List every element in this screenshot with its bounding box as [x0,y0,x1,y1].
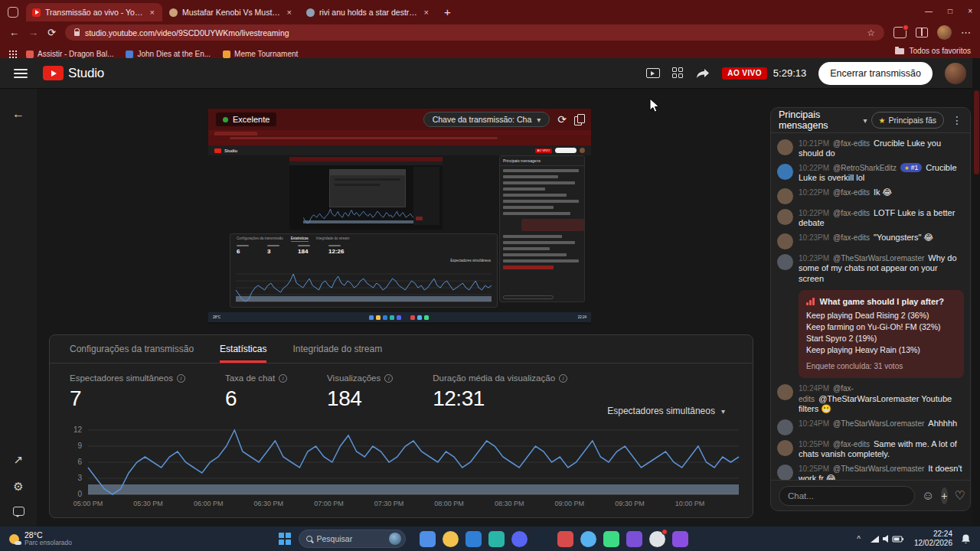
share-icon[interactable] [696,68,710,79]
back-icon[interactable]: ← [9,27,19,38]
back-arrow-icon[interactable]: ← [12,107,24,121]
chat-username: @fax-edits [833,440,870,448]
metric-label: Taxa de chati [225,373,287,383]
weather-condition-label: Parc ensolarado [24,540,72,546]
taskbar-app-icon[interactable] [534,531,550,547]
browser-tab-1[interactable]: Mustafar Kenobi Vs Mustafar V...× [163,3,299,21]
browser-tab-0[interactable]: Transmissão ao vivo - YouTube× [26,3,162,21]
bookmark-item[interactable]: Meme Tournament [223,50,298,58]
chart-range-selector[interactable] [236,296,492,302]
info-icon[interactable]: i [177,374,185,383]
new-tab-button[interactable]: + [444,5,451,18]
tray-status-icons[interactable] [869,533,906,544]
stats-tab-1[interactable]: Estatísticas [220,335,266,363]
search-input[interactable] [317,534,384,543]
taskbar-app-icon[interactable] [466,531,482,547]
window-minimize-button[interactable]: — [925,7,933,15]
info-icon[interactable]: i [559,374,567,383]
copy-stream-key-icon[interactable] [574,114,583,125]
browser-menu-icon[interactable]: ⋯ [961,27,971,38]
studio-avatar[interactable] [945,63,966,84]
hamburger-menu-icon[interactable] [14,69,28,78]
browser-profile-avatar[interactable] [937,25,952,40]
taskbar-app-icon[interactable] [511,531,528,547]
chat-input[interactable] [779,486,915,506]
taskbar-app-icon[interactable] [603,531,619,547]
stream-key-dropdown[interactable]: Chave da transmissão: Cha ▾ [423,112,550,127]
create-video-icon[interactable] [646,68,660,78]
weather-widget[interactable]: 28°C Parc ensolarado [9,531,72,546]
folder-icon [895,48,904,54]
favorite-star-icon[interactable]: ☆ [867,28,875,38]
taskbar-app-icon[interactable] [443,531,459,547]
settings-gear-icon[interactable]: ⚙ [13,480,23,494]
info-icon[interactable]: i [279,374,287,383]
end-stream-button[interactable]: Encerrar transmissão [818,62,933,85]
captured-chat-line [503,247,550,250]
open-external-icon[interactable]: ↗ [14,453,24,467]
feedback-chat-icon[interactable] [13,507,24,516]
taskbar-app-icon[interactable] [420,531,436,547]
tab-search-icon[interactable] [8,7,18,18]
bookmark-item[interactable]: Assistir - Dragon Bal... [26,50,113,58]
taskbar-clock[interactable]: 22:24 12/02/2026 [914,530,952,548]
stats-tab-2[interactable]: Integridade do stream [292,335,382,363]
taskbar-app-icon[interactable] [580,531,596,547]
taskbar-app-icon[interactable] [488,531,505,547]
chart-range-selector[interactable] [88,484,739,494]
apps-icon[interactable] [672,67,684,79]
chat-menu-icon[interactable]: ⋮ [952,114,962,126]
taskbar-search[interactable] [299,530,406,548]
captured-window [329,169,406,207]
clock-date: 12/02/2026 [914,539,952,548]
chat-timestamp: 10:24PM [799,384,829,393]
taskbar-app-icon[interactable] [626,531,642,547]
chat-avatar [777,465,793,481]
start-button[interactable] [279,533,291,545]
stats-card: Configurações da transmissãoEstatísticas… [49,334,753,518]
split-screen-icon[interactable] [916,28,928,37]
chat-username: @TheStarWarsLoremaster [833,254,924,262]
top-fans-button[interactable]: ★ Principais fãs [871,112,944,129]
svg-text:6: 6 [77,458,82,466]
window-maximize-button[interactable]: □ [948,7,952,15]
emoji-icon[interactable]: ☺ [922,490,934,502]
tab-close-icon[interactable]: × [286,8,293,17]
notifications-bell-icon[interactable] [961,533,971,544]
chat-filter-caret-icon[interactable]: ▾ [864,116,867,125]
page-scrollbar[interactable] [972,58,980,527]
metrics-row: Espectadores simultâneosi7Taxa de chati6… [50,364,753,411]
metric-label-text: Taxa de chat [225,373,275,383]
refresh-icon[interactable]: ⟳ [47,27,56,38]
chat-message-body: 10:23PM@TheStarWarsLoremasterWhy do some… [799,253,964,285]
scrollbar-thumb[interactable] [974,90,979,174]
live-badge: AO VIVO [722,67,766,80]
url-input[interactable] [85,28,861,37]
forward-icon[interactable]: → [28,27,38,38]
url-pill[interactable]: ☆ [65,24,884,41]
captured-content: Configurações da transmissão Estatística… [208,155,591,312]
window-close-button[interactable]: × [968,7,972,15]
series-select[interactable]: Espectadores simultâneos ▾ [607,406,725,416]
bookmark-item[interactable]: John Dies at the En... [126,50,211,58]
extension-icon[interactable] [893,27,906,38]
stats-tab-0[interactable]: Configurações da transmissão [70,335,194,363]
info-icon[interactable]: i [384,374,393,383]
heart-icon[interactable]: ♡ [955,490,965,502]
chart-area: 03691205:00 PM05:30 PM06:00 PM06:30 PM07… [59,424,745,516]
tray-chevron-icon[interactable]: ^ [857,535,861,543]
tiny-chart-svg [303,207,426,226]
tab-close-icon[interactable]: × [149,8,156,17]
browser-tab-2[interactable]: rivi anu holds a star destroyer ...× [300,3,436,21]
refresh-stream-icon[interactable]: ⟳ [557,113,567,126]
taskbar-app-icon[interactable] [649,531,665,547]
all-favorites-button[interactable]: Todos os favoritos [895,47,971,55]
add-icon[interactable]: + [941,487,947,504]
studio-logo[interactable]: Studio [43,66,104,81]
apps-grid-icon[interactable] [9,51,11,52]
chat-username: @fax-edits [833,209,870,217]
tab-close-icon[interactable]: × [423,8,430,17]
chart-range-selector[interactable] [303,220,424,223]
taskbar-app-icon[interactable] [557,531,573,547]
taskbar-app-icon[interactable] [672,531,688,547]
